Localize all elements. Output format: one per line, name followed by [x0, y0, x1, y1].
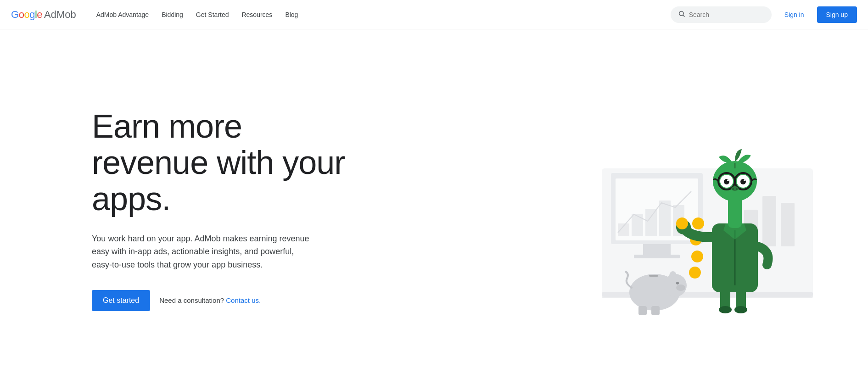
hero-illustration: [547, 29, 868, 390]
nav-item-admob-advantage[interactable]: AdMob Advantage: [91, 7, 154, 22]
svg-rect-14: [781, 203, 795, 246]
header-right: Sign in Sign up: [671, 6, 857, 23]
google-logo: Google: [11, 9, 42, 21]
nav-item-resources[interactable]: Resources: [236, 7, 278, 22]
nav-item-get-started[interactable]: Get Started: [190, 7, 235, 22]
nav-item-blog[interactable]: Blog: [280, 7, 303, 22]
site-header: Google AdMob AdMob Advantage Bidding Get…: [0, 0, 868, 29]
get-started-button[interactable]: Get started: [92, 290, 150, 311]
svg-rect-7: [618, 223, 629, 236]
illustration-svg: [574, 67, 840, 352]
svg-point-19: [676, 284, 685, 291]
svg-point-26: [691, 251, 703, 262]
svg-point-35: [676, 217, 688, 229]
svg-rect-13: [762, 196, 776, 246]
svg-point-49: [736, 188, 738, 190]
svg-point-48: [732, 188, 734, 190]
svg-line-1: [683, 15, 684, 17]
svg-point-46: [744, 179, 745, 181]
svg-point-27: [689, 267, 701, 279]
svg-rect-23: [649, 275, 658, 277]
svg-rect-10: [659, 201, 671, 236]
logo-link[interactable]: Google AdMob: [11, 9, 76, 21]
hero-text-block: Earn more revenue with your apps. You wo…: [92, 108, 349, 311]
svg-point-18: [669, 271, 677, 280]
search-icon: [678, 10, 685, 19]
sign-up-button[interactable]: Sign up: [817, 6, 857, 23]
svg-point-24: [692, 217, 704, 229]
hero-cta: Get started Need a consultation? Contact…: [92, 290, 349, 311]
svg-rect-9: [645, 209, 657, 236]
contact-us-link[interactable]: Contact us.: [226, 296, 261, 304]
search-input[interactable]: [689, 11, 764, 18]
consultation-text: Need a consultation? Contact us.: [159, 296, 261, 304]
hero-section: Earn more revenue with your apps. You wo…: [0, 29, 868, 390]
main-nav: AdMob Advantage Bidding Get Started Reso…: [91, 7, 671, 22]
svg-rect-21: [638, 306, 647, 315]
sign-in-button[interactable]: Sign in: [779, 7, 810, 22]
hero-subtext: You work hard on your app. AdMob makes e…: [92, 232, 312, 272]
hero-headline: Earn more revenue with your apps.: [92, 108, 349, 217]
admob-logo-text: AdMob: [44, 9, 76, 21]
svg-point-31: [734, 306, 747, 313]
svg-point-45: [727, 179, 729, 181]
search-box[interactable]: [671, 6, 772, 23]
nav-item-bidding[interactable]: Bidding: [156, 7, 189, 22]
svg-rect-22: [651, 306, 660, 315]
svg-rect-8: [632, 214, 643, 236]
svg-point-30: [719, 306, 732, 313]
svg-rect-5: [634, 255, 680, 258]
svg-point-20: [676, 282, 679, 284]
svg-rect-4: [643, 244, 671, 256]
